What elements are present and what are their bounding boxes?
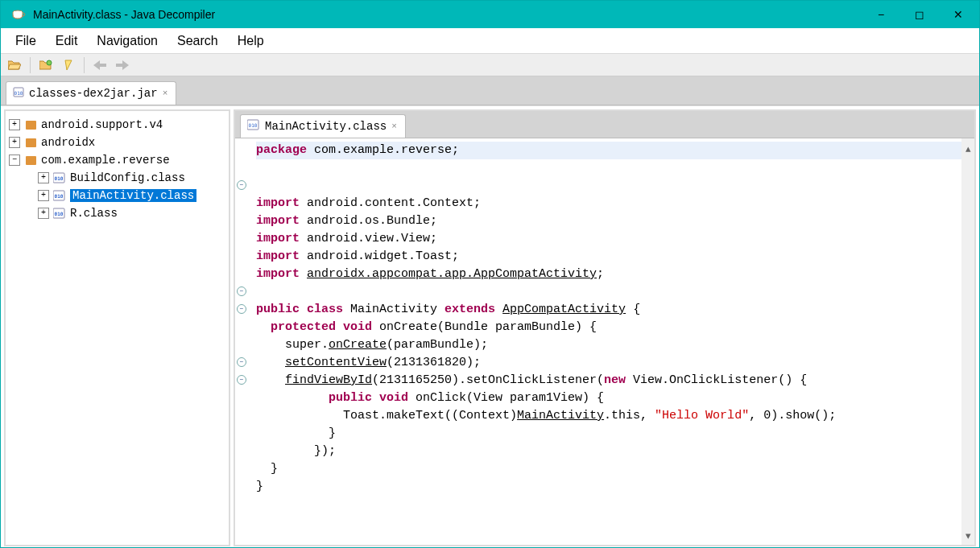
open-type-button[interactable] xyxy=(37,56,55,74)
close-icon[interactable]: × xyxy=(163,89,168,98)
vertical-scrollbar[interactable]: ▴ ▾ xyxy=(961,138,974,545)
expand-icon[interactable]: + xyxy=(9,137,20,148)
fold-marker[interactable]: − xyxy=(237,375,246,385)
svg-point-1 xyxy=(47,60,52,65)
package-icon xyxy=(23,154,38,167)
menu-search[interactable]: Search xyxy=(167,28,228,53)
close-button[interactable]: ✕ xyxy=(939,1,978,28)
tree-item-android-support[interactable]: + android.support.v4 xyxy=(9,116,225,134)
back-button[interactable] xyxy=(91,56,109,74)
package-tree[interactable]: + android.support.v4 + androidx − com.ex… xyxy=(4,109,230,546)
toolbar-separator xyxy=(84,57,85,73)
minimize-button[interactable]: − xyxy=(862,1,900,28)
fold-marker[interactable]: − xyxy=(237,286,246,296)
menu-file[interactable]: File xyxy=(6,28,46,53)
main-area: + android.support.v4 + androidx − com.ex… xyxy=(1,105,979,548)
scroll-up-icon[interactable]: ▴ xyxy=(963,142,973,155)
tree-label: com.example.reverse xyxy=(41,154,170,167)
file-tab-strip: 010 classes-dex2jar.jar × xyxy=(1,76,979,105)
svg-text:010: 010 xyxy=(14,90,23,96)
tree-label: android.support.v4 xyxy=(41,118,163,131)
source-code[interactable]: package com.example.reverse; import andr… xyxy=(235,138,974,499)
svg-text:010: 010 xyxy=(55,211,64,216)
svg-text:010: 010 xyxy=(249,122,258,128)
code-tab-strip: 010 MainActivity.class × xyxy=(235,111,974,138)
class-icon: 010 xyxy=(52,208,67,219)
window-buttons: − ◻ ✕ xyxy=(862,1,978,28)
open-file-button[interactable] xyxy=(6,56,23,74)
maximize-button[interactable]: ◻ xyxy=(900,1,939,28)
toolbar xyxy=(1,54,979,76)
fold-marker[interactable]: − xyxy=(237,304,246,314)
fold-marker[interactable]: − xyxy=(237,357,246,367)
code-pane: 010 MainActivity.class × − − − − − packa… xyxy=(234,109,976,546)
window-title: MainActivity.class - Java Decompiler xyxy=(33,8,862,21)
tree-label: BuildConfig.class xyxy=(70,171,185,184)
code-tab-label: MainActivity.class xyxy=(265,120,387,133)
search-button[interactable] xyxy=(60,56,77,74)
tree-label: MainActivity.class xyxy=(70,189,196,202)
collapse-icon[interactable]: − xyxy=(9,155,20,166)
scroll-down-icon[interactable]: ▾ xyxy=(963,529,973,542)
menu-edit[interactable]: Edit xyxy=(46,28,88,53)
menu-navigation[interactable]: Navigation xyxy=(87,28,167,53)
app-icon xyxy=(10,6,27,23)
forward-button[interactable] xyxy=(114,56,131,74)
expand-icon[interactable]: + xyxy=(38,172,49,183)
class-icon: 010 xyxy=(52,172,67,183)
tree-item-androidx[interactable]: + androidx xyxy=(9,134,225,151)
class-icon: 010 xyxy=(247,119,260,134)
class-icon: 010 xyxy=(52,190,67,201)
svg-text:010: 010 xyxy=(55,175,64,181)
file-tab[interactable]: 010 classes-dex2jar.jar × xyxy=(6,81,176,105)
tree-label: androidx xyxy=(41,136,95,149)
tree-item-mainactivity[interactable]: + 010 MainActivity.class xyxy=(38,187,225,204)
svg-text:010: 010 xyxy=(55,193,64,199)
code-tab[interactable]: 010 MainActivity.class × xyxy=(240,114,406,138)
expand-icon[interactable]: + xyxy=(9,119,20,130)
jar-icon: 010 xyxy=(13,86,24,101)
tree-item-buildconfig[interactable]: + 010 BuildConfig.class xyxy=(38,169,225,187)
expand-icon[interactable]: + xyxy=(38,208,49,219)
expand-icon[interactable]: + xyxy=(38,190,49,201)
file-tab-label: classes-dex2jar.jar xyxy=(29,87,158,100)
tree-label: R.class xyxy=(70,207,118,220)
tree-item-r-class[interactable]: + 010 R.class xyxy=(38,204,225,222)
fold-marker[interactable]: − xyxy=(237,180,246,190)
titlebar: MainActivity.class - Java Decompiler − ◻… xyxy=(1,1,979,28)
tree-item-com-example-reverse[interactable]: − com.example.reverse xyxy=(9,151,225,169)
menubar: File Edit Navigation Search Help xyxy=(1,28,979,54)
close-icon[interactable]: × xyxy=(391,122,397,131)
package-icon xyxy=(23,118,38,131)
package-icon xyxy=(23,136,38,149)
menu-help[interactable]: Help xyxy=(228,28,274,53)
toolbar-separator xyxy=(30,57,31,73)
code-viewport[interactable]: − − − − − package com.example.reverse; i… xyxy=(235,138,974,545)
